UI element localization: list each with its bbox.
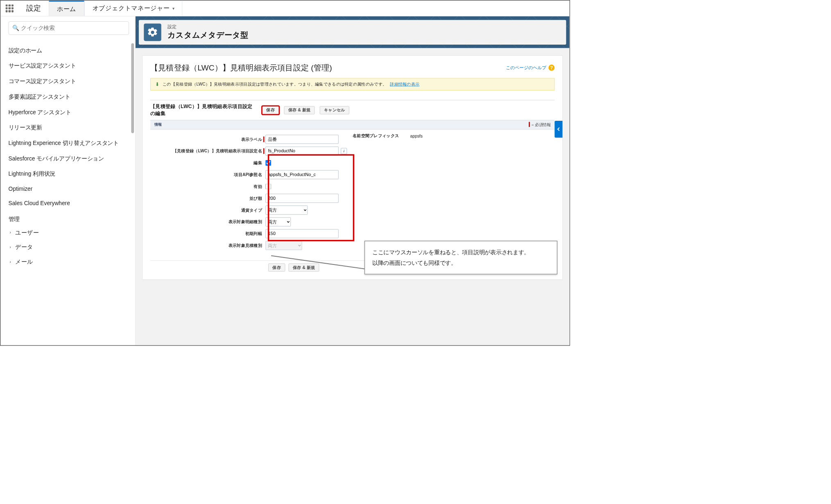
chevron-right-icon: ›: [9, 259, 11, 264]
info-banner-link[interactable]: 詳細情報の表示: [390, 81, 419, 87]
sidebar-sub-data[interactable]: ›データ: [9, 240, 129, 255]
sidebar-item[interactable]: Optimizer: [9, 182, 129, 196]
chevron-right-icon: ›: [9, 245, 11, 250]
sidebar-item[interactable]: リリース更新: [9, 120, 129, 136]
app-launcher-icon[interactable]: [0, 0, 18, 16]
banner-subtitle: 設定: [168, 24, 249, 29]
display-estimate-type-label: 表示対象見積種別: [153, 243, 265, 248]
sidebar-sub-users[interactable]: ›ユーザー: [9, 225, 129, 240]
chevron-down-icon: ▾: [172, 6, 174, 11]
required-legend: = 必須情報: [529, 122, 551, 128]
namespace-prefix-value: appsfs: [410, 134, 423, 139]
quick-search[interactable]: 🔍: [9, 21, 129, 35]
currency-type-select[interactable]: 両方: [265, 206, 308, 215]
search-icon: 🔍: [12, 25, 19, 31]
callout-line1: ここにマウスカーソルを重ねると、項目説明が表示されます。: [372, 247, 550, 258]
sidebar-item[interactable]: Salesforce モバイルアプリケーション: [9, 151, 129, 166]
sidebar-item[interactable]: コマース設定アシスタント: [9, 74, 129, 89]
edit-flag-label: 編集: [153, 160, 265, 166]
api-name-input[interactable]: [265, 170, 338, 179]
callout-line2: 以降の画面についても同様です。: [372, 258, 550, 268]
edit-section-title: 【見積登録（LWC）】見積明細表示項目設定の編集: [150, 103, 257, 118]
currency-type-label: 通貨タイプ: [153, 208, 265, 213]
save-and-new-button-bottom[interactable]: 保存 & 新規: [289, 264, 319, 272]
page-heading: 【見積登録（LWC）】見積明細表示項目設定 (管理): [150, 62, 332, 73]
save-button-bottom[interactable]: 保存: [268, 264, 285, 272]
sort-order-label: 並び順: [153, 196, 265, 201]
chevron-right-icon: ›: [9, 230, 11, 235]
managed-package-icon: ⬇: [155, 81, 159, 87]
tab-home[interactable]: ホーム: [49, 0, 84, 16]
sidebar-item[interactable]: Lightning Experience 切り替えアシスタント: [9, 136, 129, 151]
info-icon[interactable]: i: [341, 148, 347, 154]
namespace-prefix-label: 名前空間プレフィックス: [353, 133, 399, 139]
sidebar-sub-label: メール: [15, 258, 34, 266]
help-icon: ?: [548, 65, 555, 71]
section-header-label: 情報: [154, 122, 162, 127]
tab-object-manager[interactable]: オブジェクトマネージャー ▾: [84, 0, 182, 16]
display-label-input[interactable]: [265, 135, 338, 144]
save-and-new-button[interactable]: 保存 & 新規: [284, 106, 315, 114]
initial-width-input[interactable]: [265, 229, 338, 238]
sidebar-sub-mail[interactable]: ›メール: [9, 255, 129, 269]
display-estimate-type-select: 両方: [265, 241, 302, 250]
setting-name-input[interactable]: [265, 147, 338, 156]
app-title: 設定: [18, 0, 49, 16]
enabled-checkbox[interactable]: [265, 184, 271, 190]
sidebar-item[interactable]: サービス設定アシスタント: [9, 58, 129, 74]
info-banner-text: この【見積登録（LWC）】見積明細表示項目設定は管理されています。つまり、編集で…: [163, 81, 387, 87]
display-detail-type-label: 表示対象明細種別: [153, 219, 265, 225]
sidebar-item[interactable]: 設定のホーム: [9, 43, 129, 58]
sidebar-item[interactable]: Lightning 利用状況: [9, 166, 129, 182]
sidebar-sub-label: データ: [15, 243, 34, 251]
scrollbar[interactable]: [131, 43, 134, 133]
enabled-label: 有効: [153, 184, 265, 189]
sidebar-item[interactable]: 多要素認証アシスタント: [9, 89, 129, 104]
edit-flag-checkbox[interactable]: [265, 160, 271, 166]
search-input[interactable]: [9, 21, 129, 35]
setting-name-label: 【見積登録（LWC）】見積明細表示項目設定名: [153, 149, 265, 154]
tooltip-callout: ここにマウスカーソルを重ねると、項目説明が表示されます。 以降の画面についても同…: [365, 241, 557, 274]
save-button[interactable]: 保存: [262, 106, 279, 114]
cancel-button[interactable]: キャンセル: [320, 106, 349, 114]
info-banner: ⬇ この【見積登録（LWC）】見積明細表示項目設定は管理されています。つまり、編…: [150, 78, 555, 90]
sidebar-item[interactable]: Hyperforce アシスタント: [9, 104, 129, 120]
display-detail-type-select[interactable]: 両方: [265, 217, 291, 226]
tab-label: ホーム: [57, 5, 76, 13]
tab-label: オブジェクトマネージャー: [93, 4, 170, 13]
sidebar-heading: 管理: [9, 210, 129, 225]
display-label-label: 表示ラベル: [153, 137, 265, 142]
initial-width-label: 初期列幅: [153, 231, 265, 236]
api-name-label: 項目API参照名: [153, 172, 265, 177]
help-link[interactable]: このページのヘルプ ?: [506, 65, 555, 71]
gear-icon: [144, 23, 161, 41]
sidebar-sub-label: ユーザー: [15, 228, 39, 236]
help-link-label: このページのヘルプ: [506, 65, 546, 70]
side-expand-tab[interactable]: [555, 121, 562, 138]
sidebar-item[interactable]: Sales Cloud Everywhere: [9, 196, 129, 210]
banner-title: カスタムメタデータ型: [168, 30, 249, 41]
sort-order-input[interactable]: [265, 194, 338, 203]
